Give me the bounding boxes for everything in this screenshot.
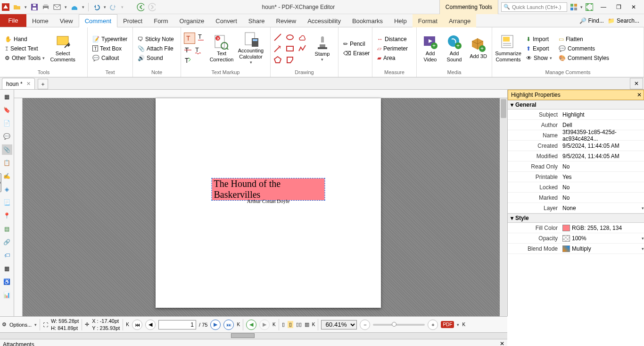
pan-pane-button[interactable]: ▤ [2,224,12,234]
scrollbar-thumb[interactable] [501,99,506,118]
signatures-pane-button[interactable]: ✍ [2,171,12,181]
section-style[interactable]: ▾Style [508,213,644,223]
highlight-button[interactable]: T [184,33,195,44]
email-dropdown[interactable]: ▾ [65,5,67,9]
close-panel-icon[interactable]: ✕ [637,92,642,98]
close-window-button[interactable]: ✕ [626,0,641,14]
two-page-button[interactable]: ▯▯ [296,321,302,328]
vertical-scrollbar[interactable] [500,98,507,316]
tab-share[interactable]: Share [243,14,271,27]
tab-view[interactable]: View [54,14,79,27]
import-comments-button[interactable]: ⬇Import [524,35,554,43]
zoom-slider[interactable] [373,324,425,326]
document-tab[interactable]: houn * ✕ [2,78,35,89]
eraser-button[interactable]: ⌫Eraser [341,49,372,58]
fwd-view-button[interactable]: ▶ [259,320,270,330]
fullscreen-toggle-icon[interactable] [586,3,593,11]
prop-opacity[interactable]: Opacity100% ▾ [508,233,644,244]
content-pane-button[interactable]: 📃 [2,197,12,208]
zoom-knob[interactable] [392,322,396,327]
horizontal-scrollbar[interactable] [0,332,507,339]
prop-blend-mode[interactable]: Blend ModeMultiply ▾ [508,244,644,254]
destinations-pane-button[interactable]: 📍 [2,211,12,221]
two-continuous-button[interactable]: ▥ [305,321,309,328]
properties-pane-button[interactable]: 📊 [2,290,12,300]
hand-tool-button[interactable]: ✋Hand [3,35,47,43]
ui-options-icon[interactable] [570,3,578,11]
oval-tool-button[interactable] [286,33,294,42]
line-tool-button[interactable] [273,33,282,42]
export-comments-button[interactable]: ⬆Export [524,44,554,53]
tab-arrange[interactable]: Arrange [443,14,476,27]
open-dropdown[interactable]: ▾ [25,5,27,9]
first-page-set-icon[interactable]: K [126,322,129,327]
redo-icon[interactable] [110,3,117,11]
prop-read-only[interactable]: Read OnlyNo [508,161,644,172]
prop-locked[interactable]: LockedNo [508,182,644,193]
layout-set-icon[interactable]: K [312,322,315,327]
tab-comment[interactable]: Comment [79,14,117,27]
other-tools-button[interactable]: ⚙Other Tools▾ [3,54,47,62]
insert-text-button[interactable]: T [184,56,206,65]
last-page-button[interactable]: ⏭ [223,320,234,330]
print-icon[interactable] [42,3,50,11]
comments-pane-button[interactable]: 💬 [2,131,12,142]
prev-page-button[interactable]: ◀ [145,320,156,330]
zoom-set-icon[interactable]: K [462,322,465,327]
polyline-tool-button[interactable] [298,44,306,53]
accounting-calc-button[interactable]: Accounting Calculator▾ [238,32,264,65]
new-tab-button[interactable]: ＋ [38,79,48,89]
document-viewport[interactable]: The Hound of the Baskervilles Arthur Con… [14,90,507,316]
squiggly-button[interactable]: T [194,46,203,54]
flatten-button[interactable]: ▭Flatten [557,35,611,43]
arrow-tool-button[interactable] [273,44,282,53]
callout-button[interactable]: 💬Callout [91,54,129,62]
open-icon[interactable] [13,3,21,11]
prop-created[interactable]: Created9/5/2024, 11:44:05 AM [508,141,644,151]
pencil-button[interactable]: ✏Pencil [341,40,372,48]
highlighted-title[interactable]: The Hound of the Baskervilles [212,178,325,200]
tab-accessibility[interactable]: Accessibility [302,14,347,27]
redo-dropdown[interactable]: ▾ [121,5,124,9]
close-attachments-icon[interactable]: ✕ [500,340,504,346]
attachments-pane-button[interactable]: 📎 [2,144,12,155]
single-page-button[interactable]: ▯ [282,321,285,328]
maximize-button[interactable]: ❐ [611,0,626,14]
nav-fwd-icon[interactable] [148,3,156,11]
minimize-button[interactable]: — [596,0,611,14]
view-set-icon[interactable]: K [272,322,276,327]
ui-options-dropdown[interactable]: ▾ [580,5,583,9]
typewriter-button[interactable]: 📝Typewriter [91,35,129,43]
undo-icon[interactable] [92,3,100,11]
comment-styles-button[interactable]: 🎨Comment Styles [557,54,611,62]
links-pane-button[interactable]: 🔗 [2,237,12,247]
status-gear-icon[interactable]: ⚙ [2,321,7,328]
sound-button[interactable]: 🔊Sound [136,54,176,62]
options-button[interactable]: Options... [9,322,32,328]
rect-tool-button[interactable] [286,44,294,53]
tab-protect[interactable]: Protect [117,14,148,27]
pdf-page[interactable]: The Hound of the Baskervilles Arthur Con… [156,98,381,308]
prop-fill-color[interactable]: Fill ColorRGB: 255, 128, 134 [508,223,644,233]
add-sound-button[interactable]: +Add Sound [444,34,465,62]
tags-pane-button[interactable]: 🏷 [2,250,12,261]
save-icon[interactable] [31,3,38,11]
zoom-select[interactable]: 60.41% [321,320,357,329]
undo-dropdown[interactable]: ▾ [104,5,106,9]
prop-layer[interactable]: LayerNone ▾ [508,203,644,213]
accessibility-pane-button[interactable]: ♿ [2,277,12,287]
comments-panel-button[interactable]: 💬Comments [557,44,611,53]
text-correction-button[interactable]: ✕ Text Correction [208,34,235,62]
quick-launch-input[interactable]: 🔍 Quick Launch (Ctrl+.) [501,2,567,12]
page-number-input[interactable] [158,320,196,329]
prop-marked[interactable]: MarkedNo [508,193,644,203]
find-button[interactable]: 🔎Find... [579,17,604,24]
strikeout-button[interactable]: T [184,46,192,54]
pdf-brand-icon[interactable]: PDF [441,321,454,328]
search-button[interactable]: 📁Search... [608,17,639,24]
next-page-button[interactable]: ▶ [210,320,221,330]
underline-button[interactable]: T [197,33,206,44]
distance-button[interactable]: ↔Distance [375,35,410,43]
zoom-out-button[interactable]: − [360,320,370,330]
area-button[interactable]: ▰Area [375,54,410,62]
